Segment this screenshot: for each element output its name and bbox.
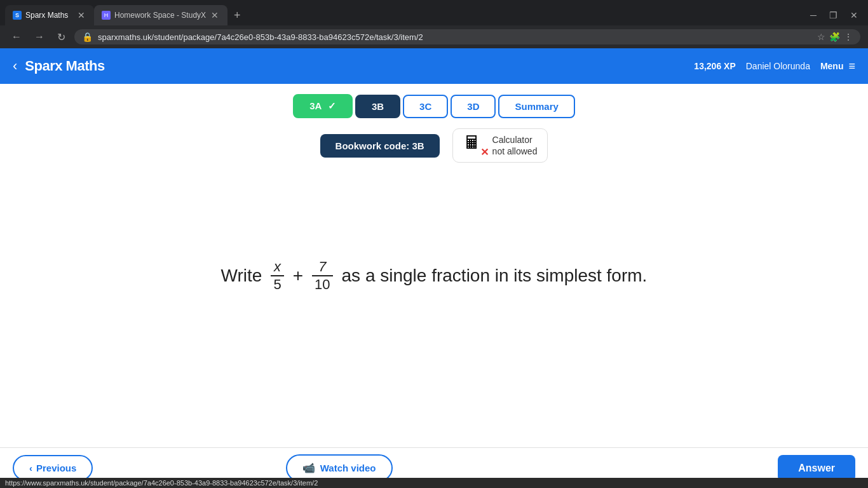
address-bar[interactable]: 🔒 sparxmaths.uk/student/package/7a4c26e0…	[74, 29, 860, 44]
question-intro: Write	[221, 266, 262, 286]
back-button[interactable]: ‹	[13, 58, 17, 74]
previous-label: Previous	[36, 463, 76, 473]
browser-menu-icon[interactable]: ⋮	[844, 32, 853, 42]
tab-sparx[interactable]: S Sparx Maths ✕	[5, 5, 94, 25]
tab-3d[interactable]: 3D	[451, 95, 496, 118]
bookwork-badge: Bookwork code: 3B	[320, 134, 440, 158]
calc-line1: Calculator	[492, 134, 538, 146]
tab-3a-label: 3A	[309, 100, 322, 111]
address-icons: ☆ 🧩 ⋮	[817, 32, 853, 42]
sparx-favicon: S	[13, 11, 22, 20]
video-icon: 📹	[302, 462, 315, 474]
check-icon: ✓	[328, 100, 336, 111]
title-bar: S Sparx Maths ✕ H Homework Space - Study…	[0, 0, 868, 25]
tab-studyx[interactable]: H Homework Space - StudyX ✕	[94, 5, 227, 25]
lock-icon: 🔒	[82, 32, 93, 42]
forward-nav-button[interactable]: →	[31, 30, 48, 44]
browser-chrome: S Sparx Maths ✕ H Homework Space - Study…	[0, 0, 868, 48]
task-tabs: 3A ✓ 3B 3C 3D Summary	[0, 84, 868, 118]
tab-sparx-close[interactable]: ✕	[76, 10, 86, 20]
calculator-not-allowed-text: Calculator not allowed	[492, 134, 538, 157]
reload-button[interactable]: ↻	[53, 30, 69, 44]
previous-button[interactable]: ‹ Previous	[13, 455, 93, 481]
info-row: Bookwork code: 3B 🖩 ✕ Calculator not all…	[0, 118, 868, 168]
star-icon[interactable]: ☆	[817, 32, 825, 42]
tab-3b[interactable]: 3B	[355, 95, 400, 118]
tab-3c[interactable]: 3C	[403, 95, 448, 118]
question-outro: as a single fraction in its simplest for…	[342, 266, 648, 286]
tab-summary[interactable]: Summary	[498, 95, 574, 118]
hamburger-icon: ≡	[848, 60, 855, 73]
fraction-2-denominator: 10	[312, 278, 332, 292]
fraction-2-numerator: 7	[316, 260, 329, 274]
calc-line2: not allowed	[492, 146, 538, 157]
bookwork-label: Bookwork code: 3B	[336, 140, 424, 151]
menu-button[interactable]: Menu ≡	[820, 60, 855, 73]
user-name: Daniel Olorunda	[746, 61, 810, 71]
status-bar: https://www.sparxmaths.uk/student/packag…	[0, 478, 868, 488]
address-bar-row: ← → ↻ 🔒 sparxmaths.uk/student/package/7a…	[0, 25, 868, 48]
tab-3d-label: 3D	[467, 101, 479, 112]
studyx-favicon: H	[102, 11, 111, 20]
tab-studyx-label: Homework Space - StudyX	[114, 11, 206, 20]
extensions-icon[interactable]: 🧩	[829, 32, 840, 42]
tab-sparx-label: Sparx Maths	[25, 11, 68, 20]
new-tab-button[interactable]: +	[227, 6, 247, 25]
close-button[interactable]: ✕	[845, 8, 863, 23]
prev-chevron-icon: ‹	[29, 463, 32, 473]
answer-label: Answer	[798, 463, 835, 473]
minimize-button[interactable]: ─	[805, 8, 822, 23]
address-text: sparxmaths.uk/student/package/7a4c26e0-8…	[98, 32, 812, 42]
menu-label: Menu	[820, 61, 844, 71]
main-content: Write x 5 + 7 10 as a single fraction in…	[0, 168, 868, 384]
fraction-2: 7 10	[312, 260, 332, 292]
tab-studyx-close[interactable]: ✕	[210, 10, 220, 20]
app-header: ‹ Sparx Maths 13,206 XP Daniel Olorunda …	[0, 48, 868, 84]
app-logo: Sparx Maths	[25, 58, 104, 74]
back-nav-button[interactable]: ←	[8, 30, 25, 44]
header-right: 13,206 XP Daniel Olorunda Menu ≡	[694, 60, 855, 73]
calculator-info: 🖩 ✕ Calculator not allowed	[452, 128, 548, 163]
calculator-not-allowed-icon: ✕	[480, 146, 489, 158]
fraction-1: x 5	[271, 260, 283, 292]
tab-summary-label: Summary	[515, 101, 558, 112]
tab-3c-label: 3C	[419, 101, 431, 112]
window-controls: ─ ❐ ✕	[805, 8, 863, 23]
question-text: Write x 5 + 7 10 as a single fraction in…	[221, 260, 648, 292]
tab-3b-label: 3B	[372, 101, 384, 112]
fraction-1-numerator: x	[271, 260, 283, 274]
watch-video-label: Watch video	[320, 463, 376, 473]
status-url: https://www.sparxmaths.uk/student/packag…	[5, 479, 318, 487]
xp-badge: 13,206 XP	[694, 61, 735, 71]
calculator-icon-wrap: 🖩 ✕	[463, 134, 486, 157]
fraction-1-denominator: 5	[271, 278, 283, 292]
maximize-button[interactable]: ❐	[824, 8, 843, 23]
plus-operator: +	[293, 266, 303, 286]
calculator-icon: 🖩	[463, 133, 481, 152]
tab-3a[interactable]: 3A ✓	[293, 94, 353, 118]
